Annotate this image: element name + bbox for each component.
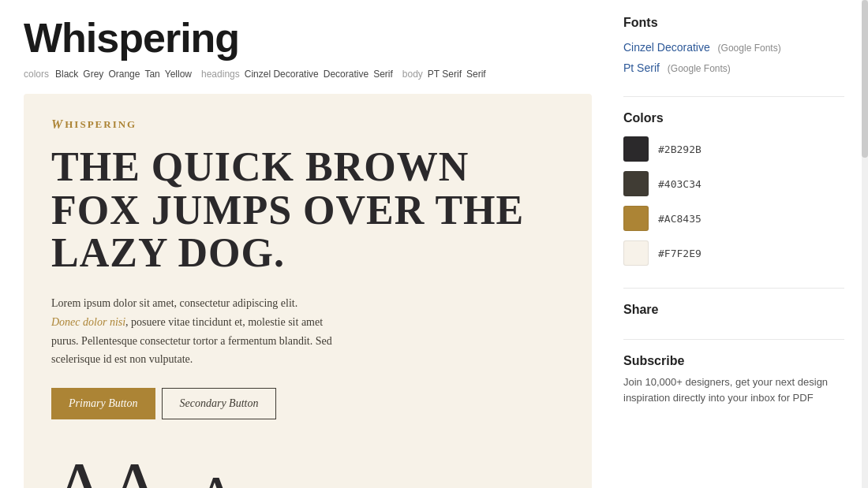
preview-logo: W HISPERING xyxy=(51,117,564,132)
preview-body-link[interactable]: Donec dolor nisi xyxy=(51,316,125,328)
tag-decorative[interactable]: Decorative xyxy=(324,69,369,80)
fonts-title: Fonts xyxy=(623,16,844,30)
secondary-button[interactable]: Secondary Button xyxy=(162,388,277,419)
tag-serif-heading[interactable]: Serif xyxy=(373,69,393,80)
buttons-row: Primary Button Secondary Button xyxy=(51,388,564,419)
sidebar: Fonts Cinzel Decorative (Google Fonts) P… xyxy=(623,16,844,488)
subscribe-section: Subscribe Join 10,000+ designers, get yo… xyxy=(623,354,844,405)
scrollbar-track[interactable] xyxy=(862,0,868,488)
main-content: Whispering colors Black Grey Orange Tan … xyxy=(24,16,592,488)
color-swatch-4 xyxy=(623,240,649,266)
tag-grey[interactable]: Grey xyxy=(83,69,103,80)
subscribe-title: Subscribe xyxy=(623,354,844,368)
share-title: Share xyxy=(623,303,844,317)
share-section: Share xyxy=(623,303,844,317)
colors-title: Colors xyxy=(623,111,844,125)
divider-fonts-colors xyxy=(623,96,844,97)
alphabet-large: AA xyxy=(51,451,162,488)
colors-label: colors xyxy=(24,69,49,80)
preview-card: W HISPERING THE QUICK BROWN FOX JUMPS OV… xyxy=(24,94,592,488)
theme-title: Whispering xyxy=(24,16,592,61)
alphabet-row: AA Aa xyxy=(51,443,564,488)
tags-row: colors Black Grey Orange Tan Yellow head… xyxy=(24,69,592,80)
color-swatch-2 xyxy=(623,171,649,196)
color-item-2: #403C34 xyxy=(623,171,844,196)
divider-colors-share xyxy=(623,288,844,289)
color-item-4: #F7F2E9 xyxy=(623,240,844,266)
preview-headline: THE QUICK BROWN FOX JUMPS OVER THE LAZY … xyxy=(51,146,564,275)
headings-label: headings xyxy=(201,69,240,80)
font-item-cinzel: Cinzel Decorative (Google Fonts) xyxy=(623,41,844,54)
preview-body: Lorem ipsum dolor sit amet, consectetur … xyxy=(51,294,351,369)
color-hex-1: #2B292B xyxy=(658,143,702,155)
font-item-ptserif: Pt Serif (Google Fonts) xyxy=(623,61,844,74)
font-source-ptserif: (Google Fonts) xyxy=(668,63,731,74)
preview-body-text1: Lorem ipsum dolor sit amet, consectetur … xyxy=(51,297,297,309)
color-swatch-3 xyxy=(623,206,649,231)
tag-pt-serif[interactable]: PT Serif xyxy=(428,69,462,80)
font-source-cinzel: (Google Fonts) xyxy=(718,43,781,54)
alphabet-small: Aa xyxy=(193,467,267,488)
tag-tan[interactable]: Tan xyxy=(144,69,159,80)
scrollbar-thumb[interactable] xyxy=(862,0,868,158)
fonts-section: Fonts Cinzel Decorative (Google Fonts) P… xyxy=(623,16,844,74)
tag-cinzel-decorative[interactable]: Cinzel Decorative xyxy=(245,69,319,80)
tag-yellow[interactable]: Yellow xyxy=(165,69,192,80)
subscribe-text: Join 10,000+ designers, get your next de… xyxy=(623,374,844,405)
tag-orange[interactable]: Orange xyxy=(108,69,140,80)
color-hex-3: #AC8435 xyxy=(658,213,702,225)
body-label: body xyxy=(402,69,423,80)
preview-logo-text: HISPERING xyxy=(65,118,137,131)
font-link-cinzel[interactable]: Cinzel Decorative xyxy=(623,41,710,54)
preview-logo-w: W xyxy=(51,117,64,132)
tag-serif-body[interactable]: Serif xyxy=(466,69,486,80)
colors-section: Colors #2B292B #403C34 #AC8435 #F7F2E9 xyxy=(623,111,844,266)
color-hex-4: #F7F2E9 xyxy=(658,248,702,259)
tag-black[interactable]: Black xyxy=(55,69,78,80)
divider-share-subscribe xyxy=(623,339,844,340)
color-hex-2: #403C34 xyxy=(658,178,702,190)
primary-button[interactable]: Primary Button xyxy=(51,388,155,419)
color-item-1: #2B292B xyxy=(623,136,844,162)
font-link-ptserif[interactable]: Pt Serif xyxy=(623,61,660,74)
color-swatch-1 xyxy=(623,136,649,162)
color-item-3: #AC8435 xyxy=(623,206,844,231)
